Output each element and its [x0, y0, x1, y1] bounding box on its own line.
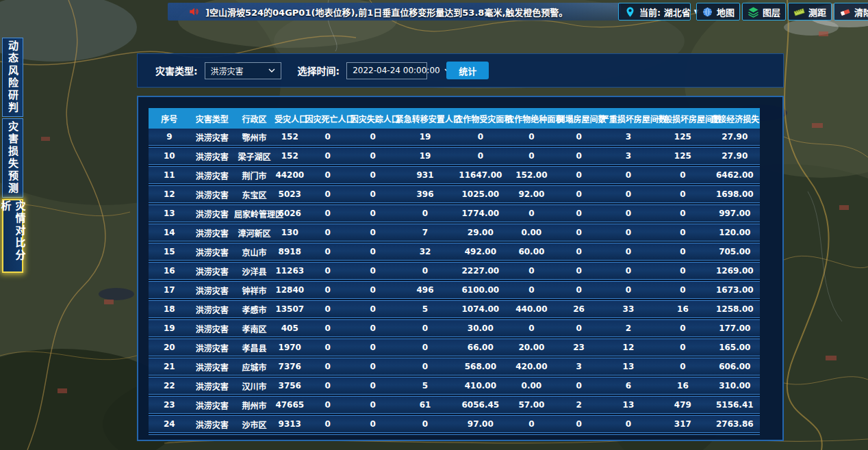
table-cell: 3	[557, 362, 600, 371]
table-row[interactable]: 14洪涝灾害漳河新区13000729.000.00000120.00	[149, 224, 760, 241]
table-cell: 漳河新区	[234, 227, 275, 239]
column-header: 严重损坏房屋间数	[601, 113, 656, 124]
table-cell: 21	[149, 362, 190, 371]
table-row[interactable]: 22洪涝灾害汉川市3756005410.000.000616310.00	[149, 378, 760, 394]
table-row[interactable]: 12洪涝灾害东宝区5023003961025.0092.000001698.00	[149, 186, 760, 202]
sidebar-item-label: 灾情对比分析	[0, 200, 27, 272]
table-cell: 0	[305, 304, 350, 314]
table-cell: 22	[149, 381, 190, 391]
table-cell: 洪涝灾害	[190, 284, 234, 296]
table-cell: 97.00	[455, 419, 506, 429]
table-cell: 0	[656, 323, 710, 333]
table-row[interactable]: 20洪涝灾害孝昌县197000066.0020.0023120165.00	[149, 339, 760, 356]
table-cell: 0	[601, 247, 656, 256]
table-cell: 荆门市	[234, 170, 275, 181]
table-cell: 18	[149, 304, 190, 314]
map-toolbar: 当前: 湖北省 ▼ 地图	[618, 3, 868, 21]
table-cell: 0	[557, 266, 600, 276]
region-dropdown[interactable]: 当前: 湖北省 ▼	[618, 3, 691, 21]
table-cell: 0	[656, 247, 710, 256]
table-cell: 5023	[275, 189, 305, 199]
table-cell: 0	[506, 323, 557, 333]
table-header-row: 序号灾害类型行政区受灾人口因灾死亡人口因灾失踪人口紧急转移安置人口农作物受灾面积…	[149, 108, 760, 129]
table-cell: 60.00	[506, 247, 557, 256]
disaster-type-label: 灾害类型:	[155, 64, 198, 77]
table-cell: 0	[601, 189, 656, 199]
table-cell: 9	[149, 132, 190, 142]
layers-button[interactable]: 图层	[742, 3, 786, 21]
table-cell: 0	[350, 285, 396, 295]
table-cell: 洪涝灾害	[190, 246, 234, 258]
table-cell: 0	[305, 132, 350, 142]
table-cell: 3756	[275, 381, 305, 391]
table-cell: 0	[305, 151, 350, 161]
table-cell: 0.00	[506, 228, 557, 237]
table-cell: 92.00	[506, 189, 557, 199]
table-cell: 705.00	[710, 247, 760, 256]
disaster-type-value: 洪涝灾害	[211, 65, 244, 77]
table-cell: 125	[656, 151, 710, 161]
table-cell: 2	[601, 323, 656, 333]
map-tool-buttons: 地图 图层	[696, 3, 868, 21]
table-cell: 317	[656, 419, 710, 429]
table-row[interactable]: 23洪涝灾害荆州市4766500616056.4557.002134795156…	[149, 397, 760, 413]
table-cell: 0	[557, 170, 600, 180]
table-cell: 479	[656, 400, 710, 410]
table-cell: 410.00	[455, 381, 506, 391]
sidebar-item-dynamic-risk[interactable]: 动态风险研判	[2, 38, 23, 117]
disaster-type-select[interactable]: 洪涝灾害	[205, 62, 281, 79]
table-cell: 0	[506, 209, 557, 218]
table-cell: 20	[149, 343, 190, 352]
time-select[interactable]: 2022-04-24 00:00:00	[346, 62, 427, 79]
table-row[interactable]: 15洪涝灾害京山市89180032492.0060.00000705.00	[149, 243, 760, 260]
table-cell: 0	[305, 189, 350, 199]
chevron-down-icon	[268, 68, 275, 73]
table-cell: 1269.00	[710, 266, 760, 276]
table-row[interactable]: 10洪涝灾害梁子湖区1520019000312527.90	[149, 148, 760, 164]
layers-icon	[748, 6, 759, 18]
table-cell: 10	[149, 151, 190, 161]
table-cell: 120.00	[710, 228, 760, 237]
table-cell: 405	[275, 323, 305, 333]
table-cell: 0	[350, 228, 396, 237]
table-row[interactable]: 13洪涝灾害屈家岭管理区60260001774.000000997.00	[149, 205, 760, 222]
table-cell: 洪涝灾害	[190, 208, 234, 220]
table-row[interactable]: 21洪涝灾害应城市7376000568.00420.003130606.00	[149, 358, 760, 375]
table-cell: 13	[601, 362, 656, 371]
sidebar-item-loss-prediction[interactable]: 灾害损失预测	[2, 118, 23, 198]
column-header: 紧急转移安置人口	[396, 113, 455, 124]
table-cell: 13	[149, 209, 190, 218]
table-cell: 洪涝灾害	[190, 380, 234, 392]
statistics-button[interactable]: 统计	[446, 62, 489, 79]
location-pin-icon	[624, 6, 636, 18]
table-row[interactable]: 18洪涝灾害孝感市135070051074.00440.002633161258…	[149, 301, 760, 317]
table-row[interactable]: 17洪涝灾害钟祥市12840004966100.0000001673.00	[149, 282, 760, 298]
disaster-table: 序号灾害类型行政区受灾人口因灾死亡人口因灾失踪人口紧急转移安置人口农作物受灾面积…	[149, 108, 760, 435]
table-cell: 27.90	[710, 132, 760, 142]
measure-button[interactable]: 测距	[788, 3, 832, 21]
clear-button[interactable]: 清除	[834, 3, 868, 21]
table-row[interactable]: 9洪涝灾害鄂州市1520019000312527.90	[149, 129, 760, 145]
map-button[interactable]: 地图	[696, 3, 740, 21]
app-screen: ]空山滑坡524的04GP01(地表位移),前1日垂直位移变形量达到53.8毫米…	[0, 0, 868, 450]
table-cell: 洪涝灾害	[190, 323, 234, 334]
table-row[interactable]: 11洪涝灾害荆门市442000093111647.00152.000006462…	[149, 167, 760, 183]
table-row[interactable]: 19洪涝灾害孝南区40500030.000020177.00	[149, 320, 760, 336]
table-row[interactable]: 16洪涝灾害沙洋县112630002227.0000001269.00	[149, 263, 760, 279]
table-cell: 洪涝灾害	[190, 189, 234, 200]
table-cell: 3	[601, 132, 656, 142]
table-cell: 0	[506, 285, 557, 295]
table-cell: 931	[396, 170, 455, 180]
time-value: 2022-04-24 00:00:00	[353, 66, 439, 75]
table-cell: 61	[396, 400, 455, 410]
table-row[interactable]: 24洪涝灾害沙市区931300097.000003172763.86	[149, 416, 760, 432]
table-cell: 0	[396, 419, 455, 429]
table-cell: 5	[396, 381, 455, 391]
sidebar-item-comparison-analysis[interactable]: 灾情对比分析	[2, 199, 23, 273]
data-table-panel: 序号灾害类型行政区受灾人口因灾死亡人口因灾失踪人口紧急转移安置人口农作物受灾面积…	[137, 96, 784, 441]
table-cell: 0	[350, 247, 396, 256]
table-cell: 0	[350, 170, 396, 180]
table-cell: 57.00	[506, 400, 557, 410]
table-cell: 0	[656, 362, 710, 371]
table-cell: 0	[350, 132, 396, 142]
